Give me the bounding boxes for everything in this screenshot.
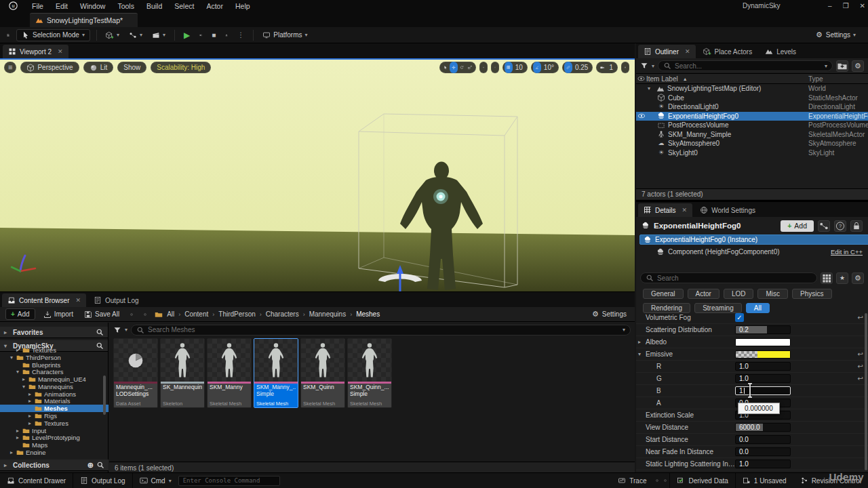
new-folder-button[interactable]: [836, 60, 848, 72]
outliner-row[interactable]: SKM_Manny_SimpleSkeletalMeshActor: [636, 130, 868, 140]
play-options-button[interactable]: ⋮: [235, 30, 247, 40]
folder-tree-item[interactable]: Maps: [0, 441, 108, 449]
number-field[interactable]: 1.0: [735, 374, 791, 383]
close-button[interactable]: ✕: [860, 2, 865, 9]
trace-button[interactable]: Trace: [611, 473, 653, 488]
asset-tile[interactable]: SKM_Quinn_...SimpleSkeletal Mesh: [347, 338, 392, 408]
forward-button[interactable]: [141, 310, 149, 319]
settings-dropdown[interactable]: ⚙Settings▾: [812, 30, 859, 41]
property-row[interactable]: ▾Emissive↩: [636, 348, 868, 361]
viewport-options-button[interactable]: ≡: [4, 62, 16, 73]
perspective-dropdown[interactable]: Perspective: [20, 62, 79, 73]
menu-build[interactable]: Build: [140, 2, 168, 10]
number-field[interactable]: 0.0: [735, 447, 791, 456]
content-drawer-button[interactable]: Content Drawer: [0, 473, 73, 488]
filter-chip-misc[interactable]: Misc: [757, 289, 788, 299]
outliner-row[interactable]: CubeStaticMeshActor: [636, 94, 868, 103]
breadcrumb-mannequins[interactable]: Mannequins: [309, 310, 346, 318]
outliner-row[interactable]: ▾SnowyLightingTestMap (Editor)World: [636, 84, 868, 94]
lit-dropdown[interactable]: Lit: [83, 62, 114, 73]
folder-tree-item[interactable]: Blueprints: [0, 361, 108, 369]
save-all-button[interactable]: Save All: [81, 309, 122, 320]
reset-to-default-icon[interactable]: ↩: [858, 375, 863, 382]
skip-button[interactable]: [197, 31, 205, 39]
blueprint-edit-button[interactable]: [818, 220, 830, 232]
property-row[interactable]: Near Fade In Distance0.0: [636, 446, 868, 458]
chevron-right-icon[interactable]: ▸: [638, 339, 641, 345]
number-field[interactable]: 1.0: [735, 460, 791, 468]
chevron-right-icon[interactable]: ▸: [16, 347, 22, 353]
menu-tools[interactable]: Tools: [111, 2, 140, 10]
favorites-header[interactable]: ▸Favorites: [0, 327, 108, 338]
blueprints-dropdown[interactable]: ▾: [126, 30, 145, 41]
filter-chip-physics[interactable]: Physics: [792, 289, 831, 299]
asset-search-input[interactable]: Search Meshes ▾: [131, 325, 631, 336]
tab-close-icon[interactable]: ✕: [685, 48, 690, 55]
menu-select[interactable]: Select: [168, 2, 200, 10]
asset-tile[interactable]: SKM_MannySkeletal Mesh: [207, 338, 252, 408]
menu-edit[interactable]: Edit: [50, 2, 74, 10]
viewport-tab-close-icon[interactable]: ✕: [58, 48, 63, 55]
cinematics-dropdown[interactable]: ▾: [149, 30, 168, 41]
filter-chip-lod[interactable]: LOD: [724, 289, 754, 299]
folder-tree-item[interactable]: ▸Rigs: [0, 412, 108, 420]
tab-close-icon[interactable]: ✕: [75, 297, 81, 304]
selection-mode-dropdown[interactable]: Selection Mode▾: [16, 29, 90, 41]
breadcrumb-meshes[interactable]: Meshes: [356, 310, 380, 318]
rotation-snap-control[interactable]: 10°: [531, 62, 559, 73]
asset-filter-button[interactable]: [113, 326, 121, 334]
filter-chip-general[interactable]: General: [643, 289, 684, 299]
derived-data-button[interactable]: Derived Data: [670, 473, 734, 488]
unreal-logo-icon[interactable]: u: [0, 1, 26, 10]
chevron-down-icon[interactable]: ▾: [22, 384, 28, 390]
tab-content-browser[interactable]: Content Browser✕: [2, 293, 86, 307]
folder-tree-item[interactable]: ▸LevelPrototyping: [0, 434, 108, 442]
folder-tree-item[interactable]: ▸Engine: [0, 449, 108, 455]
breadcrumb-characters[interactable]: Characters: [266, 310, 299, 318]
folder-tree-item[interactable]: ▸Animations: [0, 390, 108, 398]
display-options-button[interactable]: [821, 272, 833, 284]
folder-tree-item[interactable]: ▸Mannequin_UE4: [0, 375, 108, 383]
asset-tile[interactable]: SK_MannequinSkeleton: [160, 338, 205, 408]
tab-snowylightingtestmap[interactable]: SnowyLightingTestMap*: [30, 13, 138, 27]
property-row[interactable]: Static Lighting Scattering Intensi...1.0: [636, 458, 868, 470]
output-log-button[interactable]: Output Log: [73, 473, 132, 488]
eject-button[interactable]: [222, 31, 231, 39]
outliner-row[interactable]: ExponentialHeightFog0ExponentialHeightFo…: [636, 112, 868, 121]
chevron-right-icon[interactable]: ▸: [28, 391, 35, 397]
grid-snap-control[interactable]: 10: [502, 62, 528, 73]
chevron-down-icon[interactable]: ▾: [638, 351, 641, 357]
viewport-layout-button[interactable]: [621, 62, 629, 73]
property-row[interactable]: Scattering Distribution0.2: [636, 324, 868, 336]
tab-details[interactable]: Details✕: [638, 203, 692, 217]
folder-tree-item[interactable]: ▸Textures: [0, 346, 108, 354]
tree-scrollbar[interactable]: [103, 375, 106, 415]
folder-tree-item[interactable]: ▾Mannequins: [0, 383, 108, 390]
property-row[interactable]: Start Distance0.0: [636, 434, 868, 446]
cmd-dropdown[interactable]: Cmd▾: [133, 473, 178, 488]
chevron-right-icon[interactable]: ▸: [16, 434, 22, 441]
outliner-filter-button[interactable]: [640, 62, 648, 70]
back-button[interactable]: [127, 310, 136, 319]
folder-tree-item[interactable]: Meshes: [0, 405, 108, 412]
breadcrumb-all[interactable]: All: [167, 310, 174, 318]
details-scrollbar[interactable]: [865, 313, 867, 470]
outliner-row[interactable]: ☁SkyAtmosphere0SkyAtmosphere: [636, 139, 868, 148]
play-button[interactable]: ▶: [181, 29, 193, 41]
surface-snap-button[interactable]: [491, 62, 499, 73]
slider-field[interactable]: 6000.0: [735, 423, 791, 432]
cb-settings-button[interactable]: ⚙Settings: [589, 309, 629, 320]
chevron-right-icon[interactable]: ▸: [16, 428, 22, 434]
cb-add-button[interactable]: +Add: [5, 308, 35, 320]
number-field[interactable]: 0.0: [735, 435, 791, 444]
color-swatch[interactable]: [735, 338, 791, 346]
world-space-button[interactable]: [479, 62, 488, 73]
details-search-input[interactable]: Search: [640, 272, 817, 283]
maximize-button[interactable]: ❐: [843, 2, 849, 9]
number-field-editing[interactable]: 1: [735, 386, 791, 395]
import-button[interactable]: Import: [41, 309, 76, 320]
tab-close-icon[interactable]: ✕: [682, 207, 688, 214]
collections-header[interactable]: ▸Collections ⊕: [0, 460, 108, 471]
add-actor-dropdown[interactable]: ▾: [103, 30, 122, 41]
chevron-right-icon[interactable]: ▸: [28, 413, 35, 419]
